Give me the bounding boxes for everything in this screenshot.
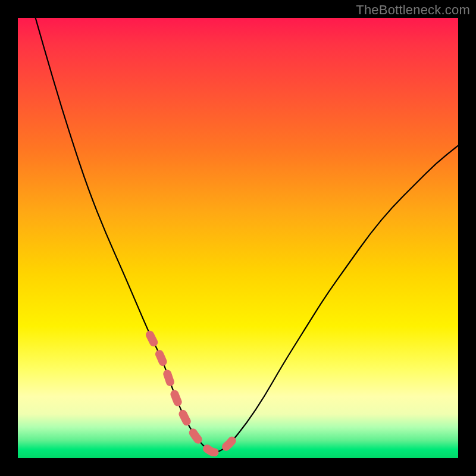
optimal-zone-marker bbox=[150, 335, 238, 452]
watermark-text: TheBottleneck.com bbox=[356, 2, 470, 18]
chart-frame: TheBottleneck.com bbox=[0, 0, 476, 476]
plot-area bbox=[18, 18, 458, 458]
bottleneck-curve bbox=[36, 18, 458, 452]
curve-layer bbox=[18, 18, 458, 458]
